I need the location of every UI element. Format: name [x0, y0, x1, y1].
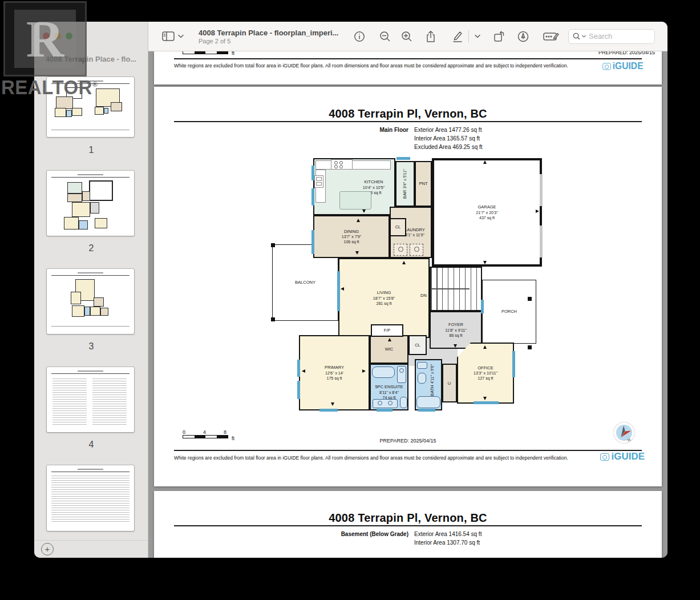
markup-pencil-icon: [451, 30, 463, 43]
iguide-logo-text: iGUIDE: [613, 61, 644, 71]
fireplace: F/P: [371, 324, 403, 337]
page-title: 4008 Terrapin Pl, Vernon, BC: [154, 107, 662, 120]
measure-arrow: [355, 251, 359, 255]
bath-sink-icon: [417, 362, 427, 369]
thumb-text-column: [52, 378, 87, 426]
document-title-block: 4008 Terrapin Place - floorplan_imperi..…: [199, 29, 351, 45]
room-dining: DINING13'7" x 7'9"106 sq ft: [313, 215, 390, 258]
fullscreen-button[interactable]: [66, 33, 72, 39]
rotate-button[interactable]: [493, 30, 505, 43]
washer-icon: [394, 244, 407, 256]
floor-label: Main Floor: [154, 127, 408, 133]
window-strip: [418, 409, 435, 412]
window-strip: [481, 300, 484, 313]
measure-arrow: [483, 397, 487, 400]
thumbnail-page-3[interactable]: [47, 269, 134, 334]
thumb-plan-shape: [95, 107, 104, 115]
chevron-down-icon: [178, 34, 184, 38]
iguide-logo-text: iGUIDE: [611, 451, 645, 462]
room-closet-office: C: [442, 364, 457, 402]
search-field[interactable]: [568, 29, 655, 44]
add-page-button[interactable]: +: [41, 543, 54, 555]
zoom-in-button[interactable]: [401, 31, 412, 42]
draw-button[interactable]: [517, 30, 529, 43]
thumb-plan-shape: [55, 108, 66, 117]
thumb-rule: [51, 177, 130, 178]
dryer-icon: [410, 244, 423, 256]
page-number-1: 1: [34, 145, 148, 155]
window-strip: [297, 360, 300, 377]
bath-tub-icon: [416, 396, 440, 408]
scale-tick: 4: [203, 429, 206, 435]
document-viewport[interactable]: ft PREPARED: 2025/04/15 White regions ar…: [148, 51, 667, 558]
porch-post: [528, 297, 532, 301]
thumb-plan-shape: [89, 180, 113, 201]
close-button[interactable]: [43, 33, 50, 39]
info-button[interactable]: [354, 31, 365, 42]
measure-arrow: [341, 287, 344, 291]
vanity-icon: [397, 366, 406, 383]
measure-arrow: [454, 344, 457, 348]
measure-arrow: [388, 338, 391, 341]
thumb-rule: [51, 326, 130, 327]
sidebar-mode-chevron[interactable]: [178, 34, 184, 38]
thumbnail-page-2[interactable]: [47, 171, 134, 236]
form-fill-icon: [543, 31, 559, 42]
form-fill-button[interactable]: [543, 31, 559, 42]
thumbnail-sidebar: 4008 Terrapin Place - flo... 1: [34, 22, 148, 558]
share-button[interactable]: [425, 30, 436, 43]
area-line: Exterior Area 1416.54 sq ft: [414, 531, 481, 537]
sidebar-footer: +: [34, 540, 148, 558]
thumbnail-page-5[interactable]: [47, 465, 134, 531]
info-icon: [354, 31, 365, 42]
area-line: Interior Area 1365.57 sq ft: [414, 135, 480, 142]
thumb-plan-shape: [71, 292, 81, 304]
kitchen-counter: [315, 160, 391, 170]
markup-options-chevron[interactable]: [475, 34, 480, 38]
page-3-fragment: 4008 Terrapin Pl, Vernon, BC Basement (B…: [154, 491, 662, 558]
thumb-plan-shape: [94, 297, 104, 307]
sidebar-toggle-button[interactable]: [162, 31, 175, 42]
draw-pen-icon: [517, 30, 529, 43]
kitchen-island: [339, 191, 371, 210]
room-closet-hall: CL: [408, 335, 427, 355]
garage-door: [540, 174, 543, 206]
window-strip: [377, 409, 393, 412]
page-1-fragment: ft PREPARED: 2025/04/15 White regions ar…: [154, 51, 662, 84]
balcony-post: [271, 243, 275, 247]
prepared-date: PREPARED: 2025/04/15: [154, 51, 662, 55]
disclaimer-text: White regions are excluded from total fl…: [174, 63, 568, 69]
measure-arrow: [483, 160, 487, 164]
thumbnail-page-4[interactable]: [47, 367, 134, 432]
thumb-plan-shape: [64, 217, 79, 229]
window-title-filename: 4008 Terrapin Place - flo...: [39, 55, 143, 63]
thumb-title-line: [78, 371, 104, 372]
chevron-down-icon: [475, 34, 480, 38]
minimize-button[interactable]: [54, 33, 61, 39]
thumb-rule: [51, 130, 130, 130]
room-office: OFFICE13'3" x 10'11"127 sq ft: [457, 343, 514, 404]
thumb-plan-shape: [82, 191, 90, 201]
window-controls: [43, 33, 72, 39]
porch-post: [528, 345, 532, 349]
preview-window: 4008 Terrapin Place - flo... 1: [34, 22, 667, 558]
thumbnail-page-1[interactable]: [47, 77, 134, 137]
search-input[interactable]: [588, 31, 645, 41]
title-rule: [174, 525, 642, 526]
footer-rule: [174, 58, 642, 59]
markup-button[interactable]: [451, 30, 463, 43]
window-strip: [512, 351, 515, 377]
thumb-plan-shape: [56, 96, 73, 109]
thumb-plan-shape: [72, 108, 82, 116]
iguide-logo: iGUIDE: [600, 451, 645, 462]
area-line: Exterior Area 1477.26 sq ft: [414, 127, 481, 133]
measure-arrow: [402, 261, 406, 264]
toolbar-divider: [468, 30, 469, 43]
measure-arrow: [483, 345, 487, 349]
thumb-text-column: [51, 476, 130, 522]
thumb-plan-shape: [72, 305, 84, 317]
floor-area-summary: Main Floor Exterior Area 1477.26 sq ft I…: [154, 127, 662, 152]
zoom-out-button[interactable]: [379, 31, 391, 42]
share-icon: [425, 30, 436, 43]
thumb-text-column: [92, 378, 127, 426]
